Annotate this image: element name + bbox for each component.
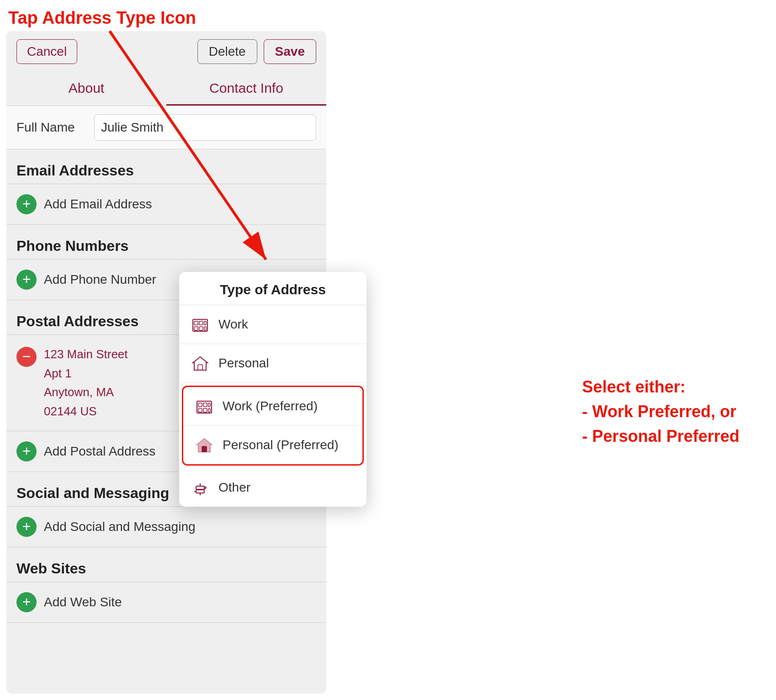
- tab-contact-info[interactable]: Contact Info: [166, 72, 326, 106]
- dropdown-item-other[interactable]: Other: [179, 468, 367, 507]
- remove-address-icon[interactable]: −: [16, 347, 37, 367]
- dropdown-item-personal-preferred[interactable]: Personal (Preferred): [183, 426, 362, 464]
- work-preferred-icon: [194, 396, 214, 416]
- add-postal-icon: +: [16, 441, 37, 461]
- svg-rect-20: [208, 403, 210, 407]
- svg-rect-24: [196, 490, 204, 493]
- add-social-label: Add Social and Messaging: [44, 520, 196, 534]
- work-label: Work: [218, 317, 248, 332]
- other-icon: [190, 477, 210, 498]
- dropdown-item-work-preferred[interactable]: Work (Preferred): [183, 387, 362, 426]
- svg-rect-18: [198, 408, 202, 412]
- svg-rect-11: [199, 327, 203, 330]
- add-website-row[interactable]: + Add Web Site: [6, 582, 326, 623]
- svg-rect-8: [194, 321, 198, 325]
- tabs: About Contact Info: [6, 72, 326, 106]
- email-header: Email Addresses: [6, 149, 326, 184]
- phone-header: Phone Numbers: [6, 225, 326, 260]
- top-bar: Cancel Delete Save: [6, 31, 326, 72]
- personal-preferred-label: Personal (Preferred): [223, 438, 339, 452]
- svg-rect-23: [196, 486, 204, 489]
- tab-about[interactable]: About: [6, 72, 166, 106]
- full-name-input[interactable]: [94, 114, 316, 141]
- dropdown-title: Type of Address: [179, 272, 367, 305]
- add-phone-label: Add Phone Number: [44, 272, 156, 287]
- add-social-row[interactable]: + Add Social and Messaging: [6, 507, 326, 547]
- svg-rect-10: [194, 327, 198, 330]
- svg-rect-9: [199, 321, 203, 325]
- top-bar-right: Delete Save: [197, 39, 316, 64]
- svg-rect-13: [204, 327, 206, 330]
- personal-preferred-icon: [194, 435, 214, 455]
- svg-rect-21: [208, 408, 210, 412]
- add-postal-label: Add Postal Address: [44, 444, 155, 459]
- personal-icon: [190, 353, 210, 373]
- work-icon: [190, 314, 210, 334]
- svg-rect-12: [204, 321, 206, 325]
- add-phone-icon: +: [16, 270, 37, 290]
- add-email-icon: +: [16, 194, 37, 214]
- preferred-group: Work (Preferred) Personal (Preferred): [182, 386, 364, 466]
- delete-button[interactable]: Delete: [197, 39, 257, 64]
- save-button[interactable]: Save: [264, 39, 316, 64]
- svg-rect-16: [198, 403, 202, 407]
- add-email-label: Add Email Address: [44, 197, 152, 212]
- add-website-icon: +: [16, 592, 37, 612]
- svg-rect-14: [198, 365, 202, 370]
- right-annotation: Select either: - Work Preferred, or - Pe…: [582, 375, 739, 449]
- svg-rect-22: [202, 446, 207, 452]
- type-of-address-dropdown: Type of Address Work Personal: [179, 272, 367, 507]
- personal-label: Personal: [218, 356, 269, 371]
- full-name-row: Full Name: [6, 106, 326, 149]
- full-name-label: Full Name: [16, 120, 94, 135]
- websites-header: Web Sites: [6, 547, 326, 582]
- instruction-title: Tap Address Type Icon: [8, 8, 196, 28]
- other-label: Other: [218, 480, 250, 495]
- svg-rect-17: [203, 403, 207, 407]
- add-website-label: Add Web Site: [44, 595, 122, 610]
- add-social-icon: +: [16, 517, 37, 537]
- dropdown-item-work[interactable]: Work: [179, 305, 367, 344]
- dropdown-item-personal[interactable]: Personal: [179, 344, 367, 383]
- svg-rect-19: [203, 408, 207, 412]
- add-email-row[interactable]: + Add Email Address: [6, 184, 326, 225]
- work-preferred-label: Work (Preferred): [223, 399, 318, 414]
- cancel-button[interactable]: Cancel: [16, 39, 77, 64]
